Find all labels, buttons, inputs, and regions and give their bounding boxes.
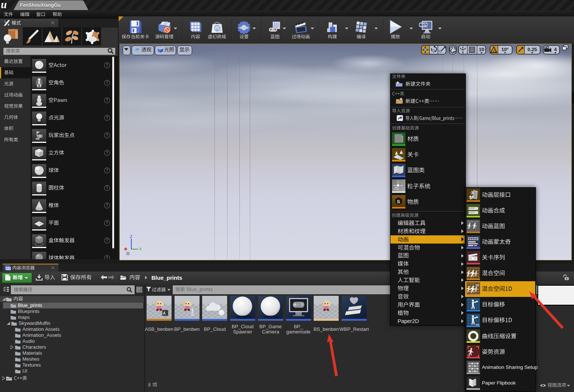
- svg-text:u: u: [216, 26, 218, 31]
- svg-text:4: 4: [554, 47, 557, 52]
- svg-text:?: ?: [106, 203, 108, 207]
- svg-text:?: ?: [106, 98, 108, 102]
- svg-text:10: 10: [479, 47, 484, 52]
- svg-text:✱: ✱: [124, 247, 128, 252]
- svg-text:?: ?: [127, 253, 129, 256]
- svg-text:Y: Y: [139, 247, 142, 251]
- svg-text:?: ?: [106, 186, 108, 190]
- svg-text:u: u: [1, 0, 7, 10]
- svg-text:C++: C++: [7, 377, 12, 380]
- svg-text:?: ?: [106, 221, 108, 225]
- svg-text:10°: 10°: [501, 47, 509, 52]
- svg-text:1D: 1D: [475, 283, 479, 287]
- svg-text:?: ?: [106, 168, 108, 172]
- svg-text:?: ?: [106, 133, 108, 137]
- svg-text:?: ?: [106, 256, 108, 259]
- svg-text:0.25: 0.25: [527, 47, 537, 52]
- svg-text:S: S: [397, 199, 400, 204]
- svg-text:?: ?: [106, 151, 108, 155]
- svg-text:?: ?: [106, 116, 108, 120]
- svg-text:?: ?: [106, 238, 108, 242]
- svg-text:Z: Z: [130, 234, 132, 239]
- svg-text:C++: C++: [396, 101, 402, 104]
- svg-text:?: ?: [106, 81, 108, 85]
- svg-text:?: ?: [106, 63, 108, 67]
